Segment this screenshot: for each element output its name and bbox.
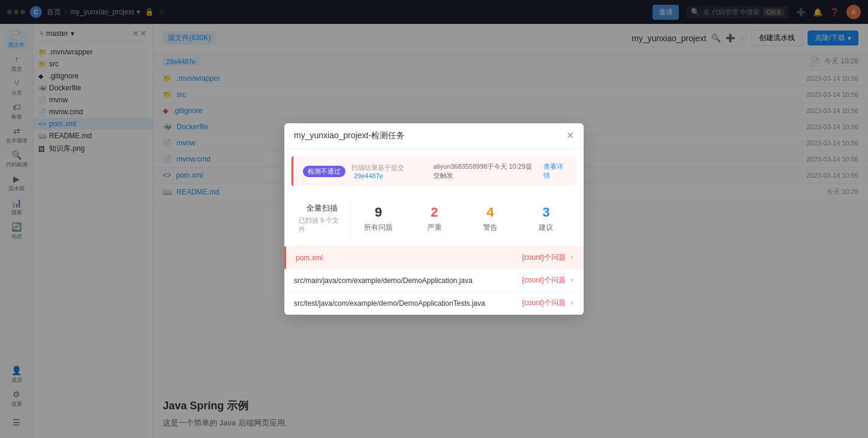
scan-description: 扫描结果基于提交 29e4487e <box>351 163 427 180</box>
scan-status-badge: 检测不通过 <box>303 166 345 177</box>
modal-header: my_yunxiao_projext-检测任务 ✕ <box>284 123 584 149</box>
modal-body: 检测不通过 扫描结果基于提交 29e4487e aliyun3683558998… <box>284 156 584 315</box>
file-issue-row-0[interactable]: pom.xml {count}个问题 ▾ <box>284 247 584 269</box>
file-issue-name: src/main/java/com/example/demo/DemoAppli… <box>294 276 517 285</box>
scan-warn-num: 4 <box>487 205 494 220</box>
file-issue-row-1[interactable]: src/main/java/com/example/demo/DemoAppli… <box>284 269 584 292</box>
scan-stat-error: 2 严重 <box>406 198 462 239</box>
modal-title: my_yunxiao_projext-检测任务 <box>294 130 405 141</box>
scan-error-num: 2 <box>430 205 438 220</box>
scan-detail-link[interactable]: 查看详情 <box>544 162 567 180</box>
scan-status-bar: 检测不通过 扫描结果基于提交 29e4487e aliyun3683558998… <box>292 156 576 186</box>
chevron-down-icon: ▾ <box>570 299 574 307</box>
modal: my_yunxiao_projext-检测任务 ✕ 检测不通过 扫描结果基于提交… <box>284 123 584 315</box>
file-issue-name: src/test/java/com/example/demo/DemoAppli… <box>294 299 517 308</box>
chevron-down-icon: ▾ <box>570 276 574 284</box>
scan-stat-info: 3 建议 <box>518 198 574 239</box>
scan-stat-total: 全量扫描 已扫描 9 个文件 <box>294 198 350 239</box>
file-issue-count: {count}个问题 <box>522 298 566 308</box>
file-issue-row-2[interactable]: src/test/java/com/example/demo/DemoAppli… <box>284 292 584 315</box>
scan-info-label: 建议 <box>539 223 553 233</box>
scan-total-sub: 已扫描 9 个文件 <box>299 216 345 234</box>
scan-user-info: aliyun3683558998于今天 10:29提交触发 <box>433 162 538 180</box>
chevron-down-icon: ▾ <box>570 254 574 261</box>
modal-close-button[interactable]: ✕ <box>566 131 574 141</box>
scan-stat-all: 9 所有问题 <box>350 198 406 239</box>
file-issue-name: pom.xml <box>296 254 517 262</box>
scan-commit-hash: 29e4487e <box>354 172 383 180</box>
file-issue-count: {count}个问题 <box>522 253 566 263</box>
scan-all-num: 9 <box>375 205 382 220</box>
scan-all-label: 所有问题 <box>364 223 393 233</box>
scan-info-num: 3 <box>542 205 550 220</box>
scan-total-label: 全量扫描 <box>306 203 338 214</box>
scan-stats: 全量扫描 已扫描 9 个文件 9 所有问题 2 严重 4 警告 3 建议 <box>284 193 584 246</box>
scan-error-label: 严重 <box>427 223 442 233</box>
modal-overlay: my_yunxiao_projext-检测任务 ✕ 检测不通过 扫描结果基于提交… <box>0 0 868 438</box>
file-issue-count: {count}个问题 <box>522 275 566 285</box>
scan-stat-warn: 4 警告 <box>462 198 518 239</box>
scan-warn-label: 警告 <box>483 223 497 233</box>
